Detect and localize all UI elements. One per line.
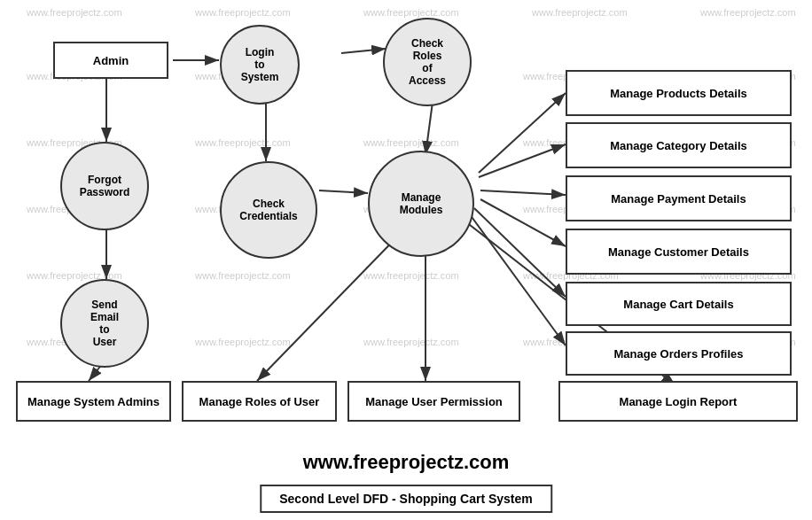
- manage-products-label: Manage Products Details: [610, 87, 747, 100]
- manage-user-label: Manage User Permission: [365, 395, 503, 408]
- check-roles-label: Check Roles of Access: [409, 37, 446, 87]
- svg-line-13: [470, 214, 566, 345]
- manage-payment-label: Manage Payment Details: [611, 192, 746, 206]
- manage-orders-box: Manage Orders Profiles: [566, 331, 792, 376]
- watermark: www.freeprojectz.com: [363, 7, 459, 18]
- admin-box: Admin: [53, 42, 168, 79]
- manage-orders-label: Manage Orders Profiles: [614, 347, 744, 361]
- send-email-label: Send Email to User: [90, 299, 119, 348]
- send-email-circle: Send Email to User: [60, 279, 149, 368]
- svg-line-2: [341, 49, 386, 53]
- check-credentials-circle: Check Credentials: [220, 161, 317, 259]
- watermark: www.freeprojectz.com: [195, 270, 291, 281]
- svg-line-12: [474, 208, 566, 297]
- watermark: www.freeprojectz.com: [363, 337, 459, 347]
- svg-line-8: [479, 93, 566, 173]
- manage-payment-box: Manage Payment Details: [566, 175, 792, 221]
- svg-line-10: [480, 190, 566, 195]
- manage-category-label: Manage Category Details: [610, 139, 747, 152]
- manage-roles-label: Manage Roles of User: [199, 395, 320, 408]
- footer-title: Second Level DFD - Shopping Cart System: [260, 485, 552, 513]
- website-text: www.freeprojectz.com: [303, 451, 510, 473]
- forgot-password-label: Forgot Password: [80, 174, 130, 198]
- check-roles-circle: Check Roles of Access: [383, 18, 472, 106]
- forgot-password-circle: Forgot Password: [60, 142, 149, 230]
- watermark: www.freeprojectz.com: [27, 7, 122, 18]
- login-circle: Login to System: [220, 25, 300, 105]
- manage-roles-box: Manage Roles of User: [182, 381, 337, 422]
- manage-system-label: Manage System Admins: [27, 395, 160, 408]
- manage-modules-label: Manage Modules: [400, 191, 443, 216]
- manage-products-box: Manage Products Details: [566, 70, 792, 116]
- watermark: www.freeprojectz.com: [195, 7, 291, 18]
- login-label: Login to System: [241, 46, 279, 83]
- manage-login-label: Manage Login Report: [620, 395, 738, 408]
- manage-customer-label: Manage Customer Details: [608, 245, 749, 259]
- watermark: www.freeprojectz.com: [363, 137, 459, 148]
- svg-line-9: [479, 144, 566, 177]
- manage-login-box: Manage Login Report: [558, 381, 798, 422]
- manage-system-box: Manage System Admins: [16, 381, 171, 422]
- svg-line-6: [319, 190, 368, 193]
- watermark: www.freeprojectz.com: [195, 137, 291, 148]
- diagram-container: www.freeprojectz.com www.freeprojectz.co…: [0, 0, 812, 520]
- title-text: Second Level DFD - Shopping Cart System: [279, 492, 533, 506]
- svg-line-11: [480, 199, 566, 246]
- manage-user-box: Manage User Permission: [347, 381, 520, 422]
- manage-modules-circle: Manage Modules: [368, 151, 474, 257]
- footer-website: www.freeprojectz.com: [0, 451, 812, 474]
- check-credentials-label: Check Credentials: [239, 198, 297, 222]
- watermark: www.freeprojectz.com: [532, 7, 628, 18]
- manage-cart-box: Manage Cart Details: [566, 282, 792, 326]
- watermark: www.freeprojectz.com: [363, 270, 459, 281]
- manage-customer-box: Manage Customer Details: [566, 229, 792, 275]
- watermark: www.freeprojectz.com: [195, 337, 291, 347]
- admin-label: Admin: [93, 54, 129, 67]
- manage-cart-label: Manage Cart Details: [623, 298, 733, 311]
- manage-category-box: Manage Category Details: [566, 122, 792, 168]
- watermark: www.freeprojectz.com: [700, 7, 796, 18]
